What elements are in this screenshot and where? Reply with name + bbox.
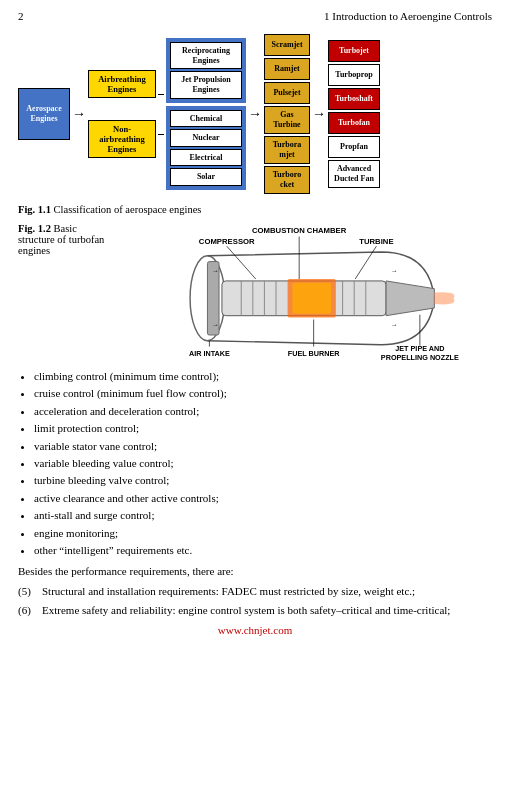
bullet-item: limit protection control; (34, 421, 492, 436)
engine-classification-diagram: Aerospace Engines → Airbreathing Engines… (18, 30, 492, 198)
electrical-box: Electrical (170, 149, 242, 167)
turbofan-box: Turbofan (328, 112, 380, 134)
svg-text:PROPELLING NOZZLE: PROPELLING NOZZLE (381, 353, 459, 362)
svg-text:→: → (212, 321, 219, 328)
bullet-item: climbing control (minimum time control); (34, 369, 492, 384)
nuclear-box: Nuclear (170, 129, 242, 147)
bullet-list: climbing control (minimum time control);… (34, 369, 492, 558)
svg-text:COMBUSTION CHAMBER: COMBUSTION CHAMBER (252, 226, 347, 235)
turboprop-box: Turboprop (328, 64, 380, 86)
item-text-6: Extreme safety and reliability: engine c… (42, 603, 450, 618)
svg-text:→: → (391, 321, 398, 328)
bullet-item: engine monitoring; (34, 526, 492, 541)
turbojet-box: Turbojet (328, 40, 380, 62)
bullet-item: turbine bleeding valve control; (34, 473, 492, 488)
svg-line-27 (355, 246, 376, 279)
reciprocating-box: Reciprocating Engines (170, 42, 242, 69)
chemical-box: Chemical (170, 110, 242, 128)
item-text-5: Structural and installation requirements… (42, 584, 415, 599)
svg-text:COMPRESSOR: COMPRESSOR (199, 237, 255, 246)
solar-box: Solar (170, 168, 242, 186)
fig1-caption: Fig. 1.1 Classification of aerospace eng… (18, 204, 492, 215)
svg-line-26 (227, 246, 256, 279)
svg-text:→: → (391, 267, 398, 274)
svg-text:TURBINE: TURBINE (359, 237, 393, 246)
arrow3: → (312, 106, 326, 122)
arrow2: → (248, 106, 262, 122)
bullet-item: active clearance and other active contro… (34, 491, 492, 506)
besides-para: Besides the performance requirements, th… (18, 564, 492, 579)
non-airbreathing-box: Non-airbreathing Engines (88, 120, 156, 159)
svg-text:FUEL BURNER: FUEL BURNER (288, 349, 340, 358)
propfan-box: Propfan (328, 136, 380, 158)
advanced-ducted-fan-box: Advanced Ducted Fan (328, 160, 380, 188)
numbered-item-6: (6) Extreme safety and reliability: engi… (18, 603, 492, 618)
bullet-item: other “intelligent” requirements etc. (34, 543, 492, 558)
turboshaft-box: Turboshaft (328, 88, 380, 110)
bullet-item: variable bleeding value control; (34, 456, 492, 471)
turbofan-diagram: COMBUSTION CHAMBER COMPRESSOR TURBINE (116, 223, 492, 363)
arrow1: → (72, 106, 86, 122)
airbreathing-box: Airbreathing Engines (88, 70, 156, 98)
bullet-item: cruise control (minimum fuel flow contro… (34, 386, 492, 401)
ramjet-box: Ramjet (264, 58, 310, 80)
bullet-item: variable stator vane control; (34, 439, 492, 454)
website: www.chnjet.com (18, 624, 492, 636)
svg-text:JET PIPE AND: JET PIPE AND (395, 344, 444, 353)
aerospace-engines-box: Aerospace Engines (18, 88, 70, 140)
numbered-item-5: (5) Structural and installation requirem… (18, 584, 492, 599)
fig2-label: Fig. 1.2 Basic structure of turbofan eng… (18, 223, 108, 256)
gas-turbine-box: Gas Turbine (264, 106, 310, 134)
scramjet-box: Scramjet (264, 34, 310, 56)
item-num-6: (6) (18, 603, 36, 618)
turbora-mjet-box: Turbora mjet (264, 136, 310, 164)
bullet-item: acceleration and deceleration control; (34, 404, 492, 419)
item-num-5: (5) (18, 584, 36, 599)
page-header: 2 1 Introduction to Aeroengine Controls (18, 10, 492, 22)
page-number: 2 (18, 10, 24, 22)
svg-rect-10 (292, 283, 331, 314)
turbofan-section: Fig. 1.2 Basic structure of turbofan eng… (18, 223, 492, 363)
bullet-item: anti-stall and surge control; (34, 508, 492, 523)
svg-text:→: → (212, 267, 219, 274)
chapter-title: 1 Introduction to Aeroengine Controls (324, 10, 492, 22)
turboro-cket-box: Turboro cket (264, 166, 310, 194)
jet-propulsion-box: Jet Propulsion Engines (170, 71, 242, 98)
pulsejet-box: Pulsejet (264, 82, 310, 104)
svg-text:AIR INTAKE: AIR INTAKE (189, 349, 230, 358)
